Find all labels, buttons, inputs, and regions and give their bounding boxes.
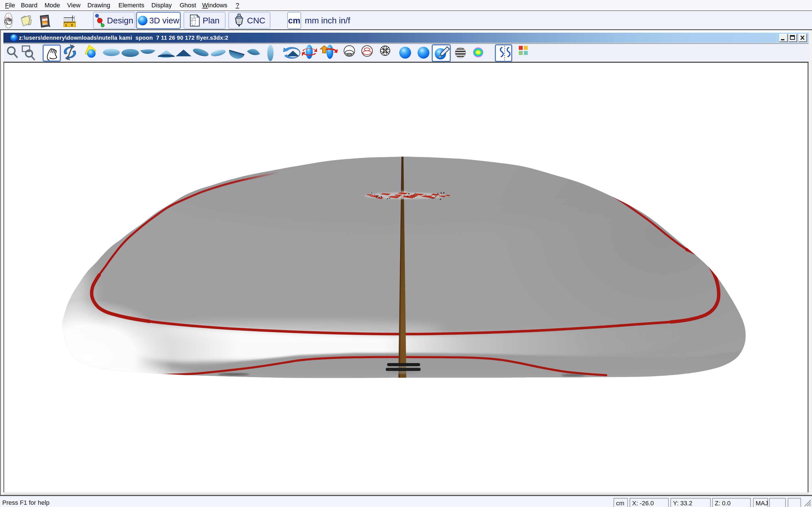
svg-text:1: 1 bbox=[65, 23, 67, 27]
svg-text:0: 0 bbox=[71, 23, 73, 27]
